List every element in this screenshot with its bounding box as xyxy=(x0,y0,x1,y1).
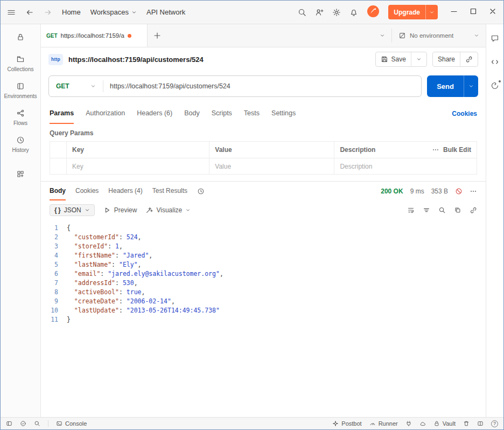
save-options-chevron-icon[interactable] xyxy=(411,52,426,66)
find-icon[interactable] xyxy=(34,420,40,427)
cookies-link[interactable]: Cookies xyxy=(452,110,477,117)
response-size[interactable]: 353 B xyxy=(431,188,448,195)
notifications-bell-icon[interactable] xyxy=(349,8,358,17)
tab-scripts[interactable]: Scripts xyxy=(212,103,232,124)
key-column-header: Key xyxy=(66,142,209,158)
response-body-code[interactable]: 1{2 "customerId": 524,3 "storeId": 1,4 "… xyxy=(41,220,486,417)
response-more-options-icon[interactable] xyxy=(470,188,477,195)
response-tab-body[interactable]: Body xyxy=(50,182,66,200)
code-line: 4 "firstName": "Jared", xyxy=(41,251,486,260)
settings-gear-icon[interactable] xyxy=(332,8,341,17)
workspace-lock-icon[interactable] xyxy=(13,30,28,47)
preview-button[interactable]: Preview xyxy=(103,206,137,214)
forward-icon[interactable] xyxy=(44,8,52,17)
vault-button[interactable]: Vault xyxy=(433,420,456,427)
format-dropdown[interactable]: { } JSON xyxy=(50,204,95,216)
ssl-warning-icon[interactable] xyxy=(455,188,463,195)
left-sidebar: Collections Environments Flows History xyxy=(1,24,41,417)
tab-authorization[interactable]: Authorization xyxy=(86,103,125,124)
share-button[interactable]: Share xyxy=(433,52,460,66)
trash-icon[interactable] xyxy=(463,420,470,427)
comments-icon[interactable] xyxy=(491,34,499,43)
postbot-icon xyxy=(332,420,339,427)
sidebar-item-flows[interactable]: Flows xyxy=(1,104,40,131)
code-line: 8 "activeBool": true, xyxy=(41,288,486,297)
tab-overflow-chevron-icon[interactable] xyxy=(373,24,391,47)
status-badge[interactable]: 200 OK xyxy=(381,188,403,195)
minimize-button[interactable] xyxy=(450,7,458,18)
tab-params[interactable]: Params xyxy=(50,103,74,124)
code-line: 9 "createDate": "2006-02-14", xyxy=(41,297,486,306)
search-icon[interactable] xyxy=(298,8,306,17)
close-button[interactable] xyxy=(488,7,497,18)
nav-workspaces[interactable]: Workspaces xyxy=(90,8,137,16)
tab-tests[interactable]: Tests xyxy=(244,103,260,124)
request-tab[interactable]: GET https://localhost:7159/a xyxy=(41,24,148,47)
play-icon xyxy=(103,206,111,214)
param-value-input[interactable] xyxy=(215,163,328,170)
runner-button[interactable]: Runner xyxy=(369,420,398,427)
url-bar: GET Send xyxy=(41,71,486,103)
table-header-row: Key Value Description Bulk Edit xyxy=(50,142,477,158)
upgrade-button[interactable]: Upgrade xyxy=(388,5,438,19)
search-response-icon[interactable] xyxy=(438,206,446,214)
response-history-icon[interactable] xyxy=(197,188,205,195)
postbot-label: Postbot xyxy=(341,420,361,427)
send-options-chevron-icon[interactable] xyxy=(464,75,478,97)
sidebar-item-history[interactable]: History xyxy=(1,131,40,158)
request-info-icon[interactable] xyxy=(491,81,499,90)
param-key-input[interactable] xyxy=(72,163,204,170)
response-tab-test-results[interactable]: Test Results xyxy=(152,182,187,200)
environments-icon xyxy=(16,82,25,91)
response-time[interactable]: 9 ms xyxy=(410,188,424,195)
copy-response-icon[interactable] xyxy=(454,206,461,214)
code-line: 2 "customerId": 524, xyxy=(41,233,486,242)
send-button[interactable]: Send xyxy=(427,75,478,97)
sidebar-item-collections[interactable]: Collections xyxy=(1,50,40,77)
bulk-edit-button[interactable]: Bulk Edit xyxy=(443,146,471,154)
console-button[interactable]: Console xyxy=(56,420,87,427)
hamburger-menu-icon[interactable] xyxy=(7,8,16,17)
sidebar-item-label: Collections xyxy=(8,66,34,72)
sidebar-toggle-icon[interactable] xyxy=(6,420,12,427)
response-tab-headers[interactable]: Headers (4) xyxy=(108,182,142,200)
response-link-icon[interactable] xyxy=(470,206,477,214)
two-pane-grid-icon[interactable] xyxy=(477,420,484,427)
tab-body[interactable]: Body xyxy=(184,103,200,124)
more-tools-grid-icon[interactable] xyxy=(13,167,28,184)
nav-home[interactable]: Home xyxy=(62,8,81,16)
cloud-icon[interactable] xyxy=(419,420,426,427)
maximize-button[interactable] xyxy=(469,7,478,18)
response-tabs: Body Cookies Headers (4) Test Results 20… xyxy=(41,182,486,200)
copy-link-icon[interactable] xyxy=(460,52,478,66)
tab-settings[interactable]: Settings xyxy=(271,103,296,124)
more-options-icon[interactable] xyxy=(432,146,439,154)
code-snippet-icon[interactable] xyxy=(491,58,499,66)
wand-icon xyxy=(145,206,153,214)
tab-headers[interactable]: Headers (6) xyxy=(137,103,172,124)
nav-api-network[interactable]: API Network xyxy=(146,8,185,16)
upgrade-chevron-icon[interactable] xyxy=(425,5,438,19)
filter-lines-icon[interactable] xyxy=(423,206,430,214)
wrap-text-icon[interactable] xyxy=(407,206,415,214)
query-params-label: Query Params xyxy=(41,124,486,141)
method-dropdown[interactable]: GET xyxy=(49,82,103,90)
http-request-badge: http xyxy=(48,54,63,65)
visualize-button[interactable]: Visualize xyxy=(145,206,191,214)
agent-icon[interactable] xyxy=(405,420,412,427)
checkmark-circle-icon[interactable] xyxy=(20,420,26,427)
postbot-button[interactable]: Postbot xyxy=(332,420,361,427)
url-input[interactable] xyxy=(103,82,421,90)
environment-selector[interactable]: No environment xyxy=(392,24,486,47)
new-tab-button[interactable] xyxy=(148,24,167,47)
sidebar-item-environments[interactable]: Environments xyxy=(1,77,40,104)
param-description-input[interactable] xyxy=(340,163,411,170)
save-button[interactable]: Save xyxy=(376,52,411,66)
invite-user-icon[interactable] xyxy=(315,8,324,17)
back-icon[interactable] xyxy=(25,8,34,17)
help-icon[interactable]: ? xyxy=(491,420,498,427)
response-tab-cookies[interactable]: Cookies xyxy=(75,182,99,200)
row-select[interactable] xyxy=(50,158,66,174)
request-title: https://localhost:7159/api/customers/524 xyxy=(68,56,204,64)
save-floppy-icon xyxy=(381,56,388,63)
